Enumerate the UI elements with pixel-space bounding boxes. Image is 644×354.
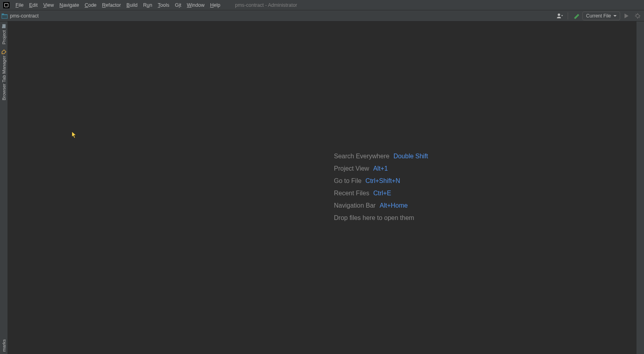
menu-tools[interactable]: Tools (155, 1, 172, 10)
svg-rect-3 (2, 15, 7, 18)
svg-line-11 (639, 17, 640, 18)
user-button[interactable] (555, 11, 564, 21)
sidebar-project-label: Project (2, 30, 6, 45)
menu-git[interactable]: Git (172, 1, 184, 10)
hint-shortcut[interactable]: Alt+Home (380, 202, 408, 209)
menu-view[interactable]: View (41, 1, 57, 10)
hint-shortcut[interactable]: Alt+1 (373, 165, 388, 172)
project-name[interactable]: pms-contract (10, 13, 39, 19)
hint-label: Recent Files (334, 190, 369, 197)
menu-refactor[interactable]: Refactor (99, 1, 124, 10)
sidebar-btm-label: Browser Tab Manager (2, 56, 6, 100)
project-folder-icon (2, 14, 8, 18)
hint-project-view: Project View Alt+1 (334, 165, 428, 172)
menu-run[interactable]: Run (140, 1, 155, 10)
menu-window[interactable]: Window (184, 1, 207, 10)
hint-navigation-bar: Navigation Bar Alt+Home (334, 202, 428, 209)
menu-file[interactable]: File (13, 1, 26, 10)
run-config-dropdown[interactable]: Current File (582, 12, 620, 20)
sidebar-bookmarks-label: marks (2, 339, 6, 352)
debug-button[interactable] (633, 11, 642, 21)
run-button[interactable] (622, 11, 631, 21)
hint-search-everywhere: Search Everywhere Double Shift (334, 153, 428, 160)
folder-icon (2, 24, 6, 29)
menu-build[interactable]: Build (124, 1, 140, 10)
svg-point-5 (636, 14, 639, 18)
hint-drop-files: Drop files here to open them (334, 214, 428, 222)
toolbar-separator (568, 12, 568, 19)
hint-label: Project View (334, 165, 369, 172)
hint-recent-files: Recent Files Ctrl+E (334, 190, 428, 197)
svg-line-10 (636, 14, 636, 15)
menu-items: File Edit View Navigate Code Refactor Bu… (13, 1, 223, 10)
hint-shortcut[interactable]: Ctrl+E (373, 190, 391, 197)
build-button[interactable] (571, 11, 581, 21)
hint-go-to-file: Go to File Ctrl+Shift+N (334, 177, 428, 185)
app-icon (3, 2, 10, 8)
svg-point-4 (558, 14, 560, 16)
right-gutter (636, 21, 644, 354)
hint-label: Go to File (334, 177, 361, 185)
hint-label: Navigation Bar (334, 202, 376, 209)
sidebar-project-tab[interactable]: Project (1, 21, 7, 47)
menu-code[interactable]: Code (82, 1, 99, 10)
sidebar-browser-tab-manager[interactable]: Browser Tab Manager (1, 47, 7, 103)
tag-icon (2, 49, 6, 54)
sidebar-bookmarks-tab[interactable]: marks (1, 337, 7, 354)
menu-bar: File Edit View Navigate Code Refactor Bu… (0, 0, 644, 10)
hint-shortcut[interactable]: Double Shift (394, 153, 428, 160)
editor-area[interactable]: Search Everywhere Double Shift Project V… (8, 21, 636, 354)
empty-editor-hints: Search Everywhere Double Shift Project V… (334, 153, 428, 222)
run-config-label: Current File (586, 13, 611, 19)
cursor-pointer (72, 131, 77, 140)
svg-rect-1 (2, 14, 4, 15)
chevron-down-icon (613, 15, 617, 17)
window-title: pms-contract - Administrator (235, 2, 297, 8)
hint-label: Search Everywhere (334, 153, 390, 160)
menu-edit[interactable]: Edit (26, 1, 41, 10)
hint-shortcut[interactable]: Ctrl+Shift+N (365, 177, 400, 185)
left-sidebar: Project Browser Tab Manager marks (0, 21, 8, 354)
menu-navigate[interactable]: Navigate (57, 1, 82, 10)
menu-help[interactable]: Help (208, 1, 223, 10)
svg-rect-13 (2, 27, 3, 28)
toolbar: pms-contract Current File (0, 10, 644, 21)
